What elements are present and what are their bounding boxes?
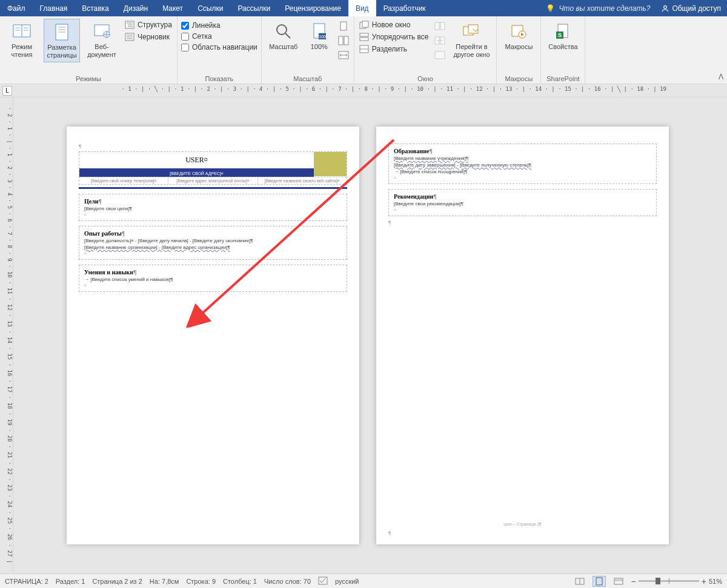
chk-ruler-input[interactable] — [181, 22, 189, 30]
tell-me-text: Что вы хотите сделать? — [559, 4, 650, 13]
tab-layout[interactable]: Макет — [155, 0, 190, 16]
btn-sync-scroll[interactable] — [433, 35, 446, 47]
status-line[interactable]: Строка: 9 — [186, 578, 216, 585]
tab-view[interactable]: Вид — [348, 0, 376, 16]
tab-home[interactable]: Главная — [33, 0, 75, 16]
btn-split-label: Разделить — [372, 45, 407, 53]
btn-page-width[interactable] — [337, 49, 350, 61]
zoom-slider[interactable] — [639, 580, 699, 582]
status-section[interactable]: Раздел: 1 — [56, 578, 85, 585]
ruler-row: L · 1 · | · ╲ · | · 1 · | · 2 · | · 3 · … — [0, 84, 727, 97]
horizontal-ruler[interactable]: · 1 · | · ╲ · | · 1 · | · 2 · | · 3 · | … — [122, 86, 666, 96]
spellcheck-icon — [318, 576, 328, 585]
macros-icon — [510, 21, 527, 42]
btn-one-page[interactable] — [337, 20, 350, 32]
btn-side-by-side[interactable] — [433, 20, 446, 32]
zoom-in[interactable]: + — [702, 576, 706, 586]
status-spellcheck[interactable] — [318, 576, 328, 586]
btn-properties[interactable]: S Свойства — [545, 19, 581, 53]
chk-nav[interactable]: Область навигации — [181, 43, 257, 51]
view-web[interactable] — [612, 576, 625, 587]
section-education-line3: → [Введите список поощрений]¶ — [394, 169, 651, 174]
btn-outline-label: Структура — [138, 21, 172, 29]
page-1[interactable]: USER¤ [ВВЕДИТЕ СВОЙ АДРЕС]¤ [Введите сво… — [67, 127, 359, 544]
btn-outline[interactable]: Структура — [124, 20, 173, 30]
arrange-all-icon — [359, 33, 369, 41]
section-education-title: Образование — [394, 148, 651, 154]
btn-switch-window[interactable]: Перейти в другое окно — [450, 19, 493, 61]
btn-split[interactable]: Разделить — [358, 44, 430, 54]
btn-web-layout[interactable]: Веб-документ — [84, 19, 120, 61]
status-page-of[interactable]: Страница 2 из 2 — [92, 578, 142, 585]
chk-ruler[interactable]: Линейка — [181, 21, 257, 30]
btn-zoom-label: Масштаб — [269, 43, 297, 51]
btn-page-layout-label: Разметка страницы — [45, 44, 78, 59]
tab-mailings[interactable]: Рассылки — [230, 0, 277, 16]
btn-arrange-all[interactable]: Упорядочить все — [358, 32, 430, 42]
section-goals: Цели [Введите свои цели]¶ ¤ — [79, 194, 347, 221]
status-column[interactable]: Столбец: 1 — [223, 578, 257, 585]
workspace: · 2 · 1 · | · 1 · 2 · 3 · 4 · 5 · 6 · 7 … — [0, 97, 727, 573]
web-icon — [614, 578, 623, 585]
group-sharepoint-label: SharePoint — [545, 74, 581, 82]
btn-macros[interactable]: Макросы — [500, 19, 537, 53]
view-read[interactable] — [573, 576, 586, 587]
btn-zoom[interactable]: Масштаб — [265, 19, 302, 53]
zoom-out[interactable]: − — [631, 576, 636, 586]
btn-web-layout-label: Веб-документ — [85, 43, 119, 59]
tab-selector[interactable]: L — [2, 86, 12, 96]
chk-grid-input[interactable] — [181, 33, 189, 41]
tab-review[interactable]: Рецензирование — [277, 0, 348, 16]
btn-read-mode[interactable]: Режим чтения — [4, 19, 40, 61]
group-window: Новое окно Упорядочить все Разделить Пер… — [354, 16, 497, 84]
section-references-title: Рекомендации — [394, 193, 651, 200]
status-words[interactable]: Число слов: 70 — [264, 578, 311, 585]
tab-references[interactable]: Ссылки — [190, 0, 230, 16]
vertical-ruler[interactable]: · 2 · 1 · | · 1 · 2 · 3 · 4 · 5 · 6 · 7 … — [0, 97, 13, 573]
tell-me[interactable]: 💡Что вы хотите сделать? — [541, 0, 655, 16]
tab-developer[interactable]: Разработчик — [376, 0, 433, 16]
btn-multi-page[interactable] — [337, 35, 350, 47]
chk-nav-input[interactable] — [181, 44, 189, 51]
btn-page-layout[interactable]: Разметка страницы — [44, 19, 80, 62]
btn-new-window[interactable]: Новое окно — [358, 20, 430, 30]
section-references: Рекомендации [Введите свои рекомендации]… — [388, 189, 657, 216]
btn-arrange-all-label: Упорядочить все — [372, 33, 429, 41]
page-layout-icon — [54, 22, 70, 42]
view-print[interactable] — [593, 576, 606, 587]
side-by-side-icon — [434, 22, 445, 30]
status-position[interactable]: На: 7,8см — [150, 578, 179, 585]
svg-point-0 — [664, 5, 667, 8]
tab-insert[interactable]: Вставка — [75, 0, 116, 16]
btn-100-label: 100% — [311, 43, 328, 51]
page-2[interactable]: Образование [Введите название учреждения… — [376, 127, 669, 544]
pilcrow — [79, 144, 347, 149]
chk-grid[interactable]: Сетка — [181, 32, 257, 41]
tab-file[interactable]: Файл — [0, 0, 33, 16]
share-button[interactable]: Общий доступ — [655, 0, 727, 16]
status-page[interactable]: СТРАНИЦА: 2 — [5, 578, 48, 585]
tab-design[interactable]: Дизайн — [116, 0, 155, 16]
collapse-ribbon[interactable]: ᐱ — [719, 73, 723, 81]
ribbon: Режим чтения Разметка страницы Веб-докум… — [0, 16, 727, 84]
draft-icon — [125, 33, 134, 41]
section-experience-line2: [Введите название организации] - [Введит… — [84, 245, 342, 250]
btn-draft[interactable]: Черновик — [124, 32, 173, 42]
section-references-line: [Введите свои рекомендации]¶ — [394, 201, 651, 206]
group-window-label: Окно — [358, 74, 493, 82]
split-icon — [359, 45, 369, 53]
chk-grid-label: Сетка — [192, 32, 212, 41]
btn-read-mode-label: Режим чтения — [5, 43, 39, 59]
zoom-value[interactable]: 51% — [709, 578, 722, 585]
group-zoom-label: Масштаб — [265, 74, 350, 82]
group-modes-label: Режимы — [4, 74, 173, 82]
btn-draft-label: Черновик — [138, 33, 170, 41]
status-language[interactable]: русский — [335, 578, 359, 585]
one-page-icon — [339, 21, 348, 31]
btn-reset-position[interactable] — [433, 49, 446, 61]
section-experience-line1: [Введите должность]¤ - [Введите дату нач… — [84, 238, 342, 243]
btn-100[interactable]: 100 100% — [305, 19, 333, 53]
print-layout-icon — [595, 577, 603, 586]
read-icon — [575, 578, 585, 585]
web-layout-icon — [93, 21, 110, 42]
